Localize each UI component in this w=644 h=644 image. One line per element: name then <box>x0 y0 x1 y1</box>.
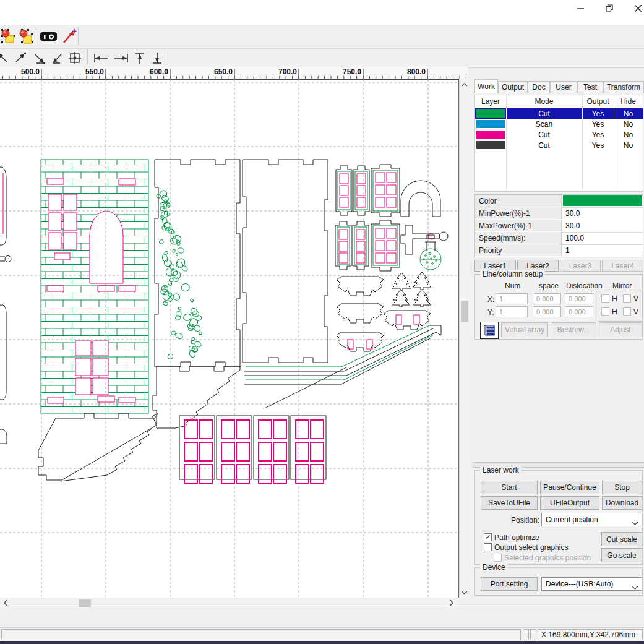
col-output: Output <box>582 95 614 108</box>
num-header: Num <box>505 281 520 290</box>
save-to-ufile-button[interactable]: SaveToUFile <box>481 496 538 510</box>
status-pane-small-1 <box>523 629 529 640</box>
prop-color-label: Color <box>475 195 562 207</box>
laser-work-title: Laser work <box>480 466 522 474</box>
chevron-down-icon <box>632 583 638 591</box>
tab-doc[interactable]: Doc <box>528 81 550 93</box>
y-space-input[interactable] <box>533 306 561 317</box>
status-bar: X:169.800mm,Y:342.706mm <box>0 627 644 642</box>
cobblestone-path <box>156 189 202 360</box>
port-setting-button[interactable]: Port setting <box>481 577 538 591</box>
scroll-down-icon[interactable] <box>460 588 468 596</box>
pause-continue-button[interactable]: Pause/Continue <box>540 481 599 494</box>
start-button[interactable]: Start <box>481 481 538 494</box>
prop-speed-value[interactable]: 100.0 <box>562 232 643 244</box>
layer-table: Layer Mode Output Hide Cut Yes No Scan Y… <box>474 95 643 192</box>
layer-color-swatch[interactable] <box>476 141 505 149</box>
device-group: Device Port setting Device---(USB:Auto) <box>474 567 643 596</box>
layer-row-2[interactable]: Scan Yes No <box>475 119 643 129</box>
design-drawing <box>0 79 458 598</box>
layer-row-3[interactable]: Cut Yes No <box>475 129 643 140</box>
tab-transform[interactable]: Transform <box>603 81 644 93</box>
tab-output[interactable]: Output <box>498 81 528 93</box>
focus-top-right-icon[interactable] <box>12 50 28 66</box>
svg-text:800.0: 800.0 <box>407 67 426 76</box>
prop-maxpower-label: MaxPower(%)-1 <box>475 220 562 231</box>
scroll-up-icon[interactable] <box>460 80 468 88</box>
focus-bottom-left-icon[interactable] <box>49 50 66 66</box>
cut-scale-button[interactable]: Cut scale <box>601 532 642 546</box>
color-value-swatch[interactable] <box>563 195 642 206</box>
flask-piece <box>420 235 441 270</box>
object-handles-icon-a[interactable] <box>0 28 17 45</box>
tab-test[interactable]: Test <box>577 81 603 93</box>
ufile-output-button[interactable]: UFileOutput <box>540 496 599 510</box>
title-bar <box>0 0 644 25</box>
move-left-edge-icon[interactable] <box>91 50 111 66</box>
y-num-input[interactable] <box>496 306 528 317</box>
device-preview-icon[interactable] <box>39 28 59 45</box>
laser-work-group: Laser work Start Pause/Continue Stop Sav… <box>474 470 643 565</box>
prop-minpower-value[interactable]: 30.0 <box>562 207 643 219</box>
position-label: Position: <box>511 516 539 525</box>
output-select-graphics-label: Output select graphics <box>494 543 568 552</box>
mirror-yh-checkbox <box>601 307 609 316</box>
go-scale-button[interactable]: Go scale <box>601 548 642 562</box>
move-bottom-edge-icon[interactable] <box>149 50 165 66</box>
vertical-scrollbar[interactable] <box>459 79 469 598</box>
focus-bottom-right-icon[interactable] <box>31 50 47 66</box>
layer-color-swatch[interactable] <box>476 120 505 128</box>
position-dropdown[interactable]: Current position <box>541 513 642 526</box>
svg-text:750.0: 750.0 <box>343 67 361 76</box>
minimize-icon[interactable] <box>571 1 590 15</box>
device-dropdown[interactable]: Device---(USB:Auto) <box>541 577 642 591</box>
x-space-input[interactable] <box>533 293 561 304</box>
mirror-yh-label: H <box>612 307 617 316</box>
laser4-button: Laser4 <box>602 260 643 272</box>
mirror-yv-label: V <box>633 307 638 316</box>
stop-button[interactable]: Stop <box>602 481 642 494</box>
layer-color-swatch[interactable] <box>476 109 505 118</box>
svg-text:700.0: 700.0 <box>278 67 297 76</box>
object-handles-icon-b[interactable] <box>17 28 35 45</box>
adjust-button: Adjust <box>599 322 642 337</box>
stair-railing-piece <box>244 325 441 408</box>
window-bottom-edge <box>0 641 644 644</box>
svg-text:500.0: 500.0 <box>21 67 40 76</box>
canvas[interactable] <box>0 79 459 598</box>
move-right-edge-icon[interactable] <box>112 50 131 66</box>
focus-center-icon[interactable] <box>67 50 83 66</box>
vertical-scroll-thumb[interactable] <box>461 301 468 322</box>
scroll-left-icon[interactable] <box>1 599 9 607</box>
bracket-wand-piece <box>401 225 448 254</box>
y-dislocation-input[interactable] <box>565 306 593 317</box>
horizontal-scroll-thumb[interactable] <box>79 599 91 607</box>
device-title: Device <box>480 563 508 572</box>
restore-icon[interactable] <box>600 1 619 15</box>
layer-color-swatch[interactable] <box>476 131 505 139</box>
mirror-xv-label: V <box>633 294 638 303</box>
layer-row-4[interactable]: Cut Yes No <box>475 140 643 150</box>
panel-piece-2 <box>243 160 328 363</box>
tab-user[interactable]: User <box>550 81 577 93</box>
output-select-graphics-checkbox[interactable] <box>484 543 492 551</box>
layer-row-1[interactable]: Cut Yes No <box>475 108 643 119</box>
left-edge-partial-pieces <box>0 167 11 444</box>
path-optimize-label: Path optimize <box>494 533 539 542</box>
array-grid-icon[interactable] <box>480 322 499 339</box>
scroll-right-icon[interactable] <box>447 599 455 607</box>
x-dislocation-input[interactable] <box>565 293 593 304</box>
focus-top-left-icon[interactable] <box>0 50 11 66</box>
y-label: Y: <box>487 308 494 317</box>
device-value: Device---(USB:Auto) <box>546 580 613 588</box>
move-top-edge-icon[interactable] <box>132 50 148 66</box>
prop-maxpower-value[interactable]: 30.0 <box>562 220 643 231</box>
tab-work[interactable]: Work <box>474 79 498 93</box>
prop-priority-value[interactable]: 1 <box>562 244 643 256</box>
download-button[interactable]: Download <box>602 496 642 510</box>
path-optimize-checkbox[interactable] <box>484 533 492 541</box>
horizontal-scrollbar[interactable] <box>0 598 458 608</box>
trace-frame-icon[interactable] <box>60 28 77 45</box>
close-icon[interactable] <box>629 1 644 15</box>
x-num-input[interactable] <box>496 293 528 304</box>
